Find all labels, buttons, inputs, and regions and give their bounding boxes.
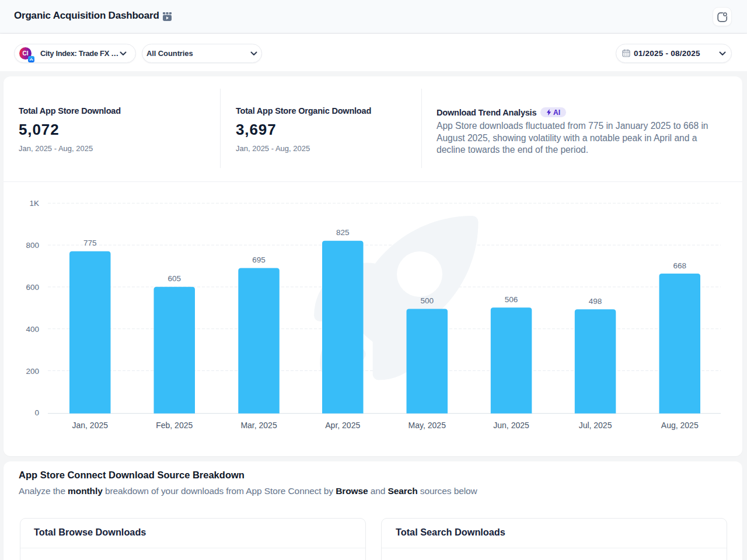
svg-text:605: 605 — [167, 274, 181, 283]
svg-text:Jan, 2025: Jan, 2025 — [72, 421, 109, 430]
svg-text:825: 825 — [336, 228, 350, 237]
svg-text:Jun, 2025: Jun, 2025 — [493, 421, 529, 430]
svg-text:Apr, 2025: Apr, 2025 — [325, 421, 360, 430]
svg-text:400: 400 — [26, 325, 39, 334]
svg-text:695: 695 — [252, 256, 266, 264]
svg-text:668: 668 — [673, 261, 686, 270]
svg-text:Jul, 2025: Jul, 2025 — [579, 421, 612, 430]
svg-text:800: 800 — [26, 241, 39, 250]
svg-text:775: 775 — [83, 239, 97, 247]
svg-text:Feb, 2025: Feb, 2025 — [156, 421, 193, 430]
svg-text:200: 200 — [26, 367, 39, 376]
svg-text:Mar, 2025: Mar, 2025 — [240, 421, 277, 430]
svg-text:500: 500 — [420, 296, 434, 305]
svg-text:0: 0 — [34, 408, 39, 417]
svg-text:May, 2025: May, 2025 — [409, 421, 446, 430]
svg-text:506: 506 — [505, 295, 518, 304]
svg-text:498: 498 — [589, 297, 602, 306]
svg-text:1K: 1K — [29, 199, 39, 208]
svg-text:Aug, 2025: Aug, 2025 — [661, 421, 699, 430]
svg-text:600: 600 — [26, 283, 39, 292]
